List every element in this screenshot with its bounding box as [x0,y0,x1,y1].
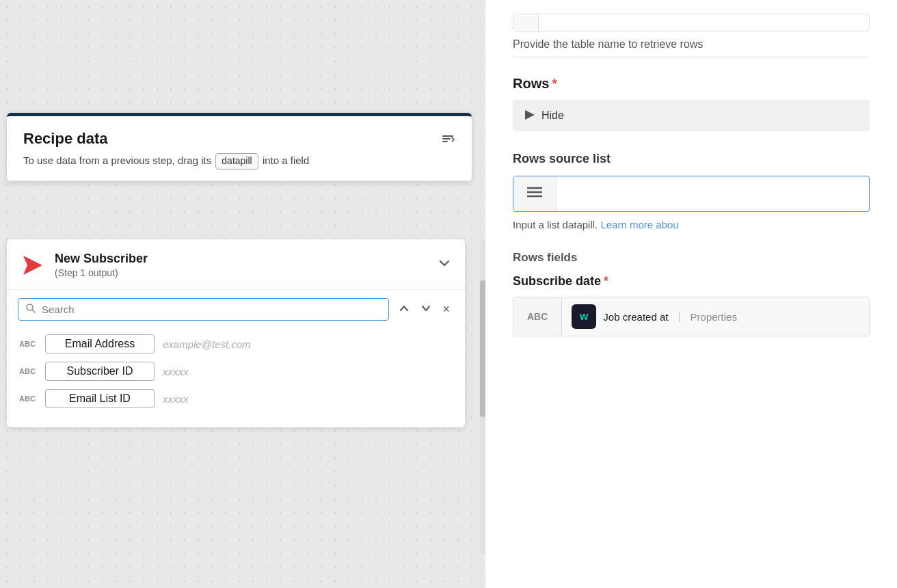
recipe-data-title: Recipe data [23,130,309,148]
triangle-icon [525,110,535,122]
rows-required-star: * [552,76,557,92]
rows-section: Rows * Hide Rows source list Input a [513,62,870,364]
scrollbar-thumb[interactable] [480,280,485,417]
email-list-id-pill[interactable]: Email List ID [45,389,155,408]
subscriber-header-left: New Subscriber (Step 1 output) [21,252,148,278]
right-panel: Provide the table name to retrieve rows … [485,0,897,588]
datapill-label: datapill [215,153,258,170]
subscribe-date-pill-text: Job created at [603,311,668,323]
search-input-wrapper[interactable] [18,298,389,321]
send-icon [21,253,45,278]
type-badge: ABC [18,367,37,375]
subscriber-id-value: xxxxx [163,366,189,377]
recipe-data-card: Recipe data To use data from a previous … [7,113,472,181]
list-item: ABC Subscriber ID xxxxx [18,362,454,381]
rows-label: Rows * [513,76,870,92]
table-description: Provide the table name to retrieve rows [513,38,870,51]
subscriber-subtitle: (Step 1 output) [55,267,148,278]
list-item: ABC Email Address example@test.com [18,334,454,353]
rows-fields-label: Rows fields [513,251,870,265]
nav-down-button[interactable] [416,300,436,319]
top-description: Provide the table name to retrieve rows [513,0,870,57]
learn-more-link[interactable]: Learn more abou [600,219,678,230]
recipe-data-header: Recipe data To use data from a previous … [7,116,472,181]
subscribe-date-abc-badge: ABC [513,297,562,336]
search-input[interactable] [42,304,381,315]
rows-source-hint: Input a list datapill. Learn more abou [513,219,870,230]
hamburger-icon [527,186,542,202]
table-name-icon-area [513,14,539,31]
desc-after: into a field [263,155,309,166]
subscriber-header: New Subscriber (Step 1 output) [7,239,465,290]
rows-source-section: Rows source list Input a list datapill. … [513,152,870,230]
table-name-input-area [513,14,870,31]
svg-marker-3 [23,256,42,275]
recipe-data-description: To use data from a previous step, drag i… [23,153,309,170]
subscriber-id-pill[interactable]: Subscriber ID [45,362,155,381]
subscribe-date-input[interactable]: ABC w Job created at | Properties [513,297,870,336]
scrollbar[interactable] [480,239,485,554]
search-close-button[interactable]: × [438,299,454,319]
hide-label: Hide [541,109,564,122]
type-badge: ABC [18,395,37,403]
rows-source-label: Rows source list [513,152,870,166]
data-rows: ABC Email Address example@test.com ABC S… [7,329,465,427]
email-address-value: example@test.com [163,338,251,350]
workato-icon: w [572,304,596,329]
desc-before: To use data from a previous step, drag i… [23,155,211,166]
list-item: ABC Email List ID xxxxx [18,389,454,408]
subscribe-date-content: w Job created at | Properties [562,297,747,336]
rows-fields-section: Rows fields Subscribe date * ABC w Job c… [513,251,870,336]
hide-toggle[interactable]: Hide [513,100,870,131]
email-list-id-value: xxxxx [163,393,189,405]
nav-buttons: × [394,299,454,319]
rows-source-text-area[interactable] [557,176,869,211]
subscribe-date-label: Subscribe date * [513,274,870,289]
sort-icon[interactable] [440,131,455,150]
subscriber-card: New Subscriber (Step 1 output) [7,239,465,427]
rows-source-input[interactable] [513,176,870,212]
svg-line-5 [32,310,35,312]
search-bar-container: × [7,290,465,329]
nav-up-button[interactable] [394,300,414,319]
subscribe-date-required-star: * [604,274,608,289]
pipe-separator: | [678,310,680,323]
search-icon [25,303,36,316]
type-badge: ABC [18,340,37,348]
svg-marker-6 [525,110,535,120]
left-panel: Recipe data To use data from a previous … [0,0,485,588]
email-address-pill[interactable]: Email Address [45,334,155,353]
properties-text: Properties [691,311,737,323]
chevron-down-icon[interactable] [438,256,451,273]
hint-before: Input a list datapill. [513,219,598,230]
subscriber-title: New Subscriber [55,252,148,266]
rows-source-icon [513,176,557,211]
